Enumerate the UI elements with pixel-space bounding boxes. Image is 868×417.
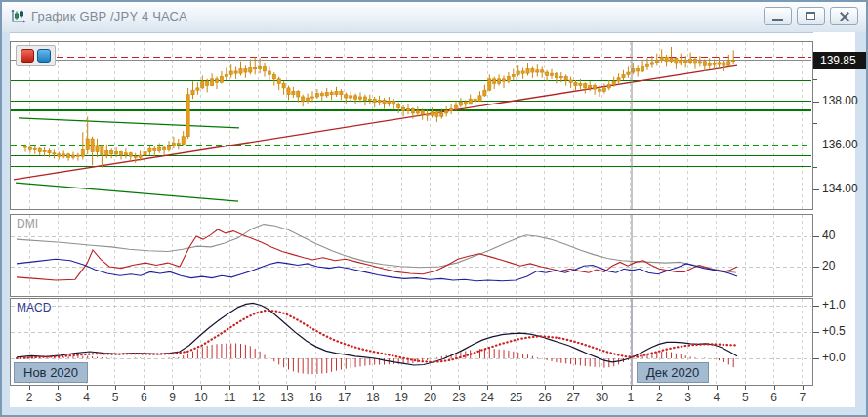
macd-axis-label: +0.5 xyxy=(822,324,846,338)
time-tick xyxy=(401,386,402,390)
time-tick xyxy=(459,386,460,390)
price-chart-canvas[interactable] xyxy=(11,42,812,209)
axis-tick xyxy=(813,236,819,237)
time-label: 3 xyxy=(45,391,70,404)
time-tick xyxy=(487,386,488,390)
time-tick xyxy=(745,386,746,390)
axis-tick xyxy=(813,267,819,268)
time-label: 6 xyxy=(131,391,156,404)
time-tick xyxy=(774,386,775,390)
time-tick xyxy=(58,386,59,390)
time-tick xyxy=(87,386,88,390)
axis-tick xyxy=(813,306,819,307)
macd-pane-label: MACD xyxy=(17,301,51,314)
left-margin xyxy=(2,32,10,417)
time-label: 7 xyxy=(790,391,815,404)
time-tick xyxy=(373,386,374,390)
time-label: 11 xyxy=(217,391,242,404)
time-label: 19 xyxy=(389,391,414,404)
dmi-gridlines xyxy=(11,236,811,267)
restore-icon xyxy=(806,12,815,20)
time-axis: 2345691011121316171819202324252627301234… xyxy=(10,386,813,407)
dmi-canvas[interactable] xyxy=(11,215,812,296)
trendlines xyxy=(14,65,737,201)
chart-window: График GBP /JPY 4 ЧАСА DMI MACD 138.0013… xyxy=(0,0,868,417)
day-gridlines xyxy=(29,42,803,209)
day-gridlines xyxy=(29,215,803,296)
time-label: 4 xyxy=(74,391,100,404)
macd-gridlines xyxy=(11,306,811,358)
time-tick xyxy=(173,386,174,390)
time-label: 12 xyxy=(246,391,271,404)
price-axis: 138.00136.00134.004020+1.0+0.5+0.0 xyxy=(813,32,855,407)
time-tick xyxy=(259,386,260,390)
time-label: 17 xyxy=(332,391,357,404)
time-tick xyxy=(803,386,804,390)
time-label: 10 xyxy=(188,391,214,404)
red-marker-button[interactable] xyxy=(21,49,34,63)
time-tick xyxy=(688,386,689,390)
time-tick xyxy=(287,386,288,390)
time-label: 5 xyxy=(103,391,128,404)
time-label: 27 xyxy=(560,391,586,404)
axis-tick xyxy=(813,102,819,103)
time-tick xyxy=(345,386,346,390)
restore-button[interactable] xyxy=(797,7,825,25)
blue-marker-button[interactable] xyxy=(37,49,51,63)
candles xyxy=(23,47,734,167)
macd-axis-label: +0.0 xyxy=(822,351,846,364)
time-tick xyxy=(29,386,30,390)
candlestick-chart-icon xyxy=(10,9,26,24)
close-icon xyxy=(839,11,850,22)
time-tick xyxy=(545,386,546,390)
axis-tick xyxy=(813,123,817,124)
macd-axis-label: +1.0 xyxy=(822,298,846,312)
minimize-icon xyxy=(772,19,783,21)
dmi-indicator-pane xyxy=(10,214,813,297)
time-label: 24 xyxy=(475,391,500,404)
time-tick xyxy=(631,386,632,390)
axis-tick xyxy=(813,167,817,168)
dmi-axis-label: 20 xyxy=(822,259,835,272)
time-label: 3 xyxy=(676,391,701,404)
time-label: 4 xyxy=(704,391,729,404)
time-tick xyxy=(201,386,202,390)
time-label: 2 xyxy=(17,391,42,404)
axis-tick xyxy=(813,358,819,359)
time-label: 18 xyxy=(360,391,386,404)
dmi-pane-label: DMI xyxy=(17,217,38,230)
price-label: 138.00 xyxy=(822,94,858,107)
time-label: 16 xyxy=(303,391,328,404)
time-label: 9 xyxy=(160,391,186,404)
time-label: 30 xyxy=(590,391,615,404)
axis-tick xyxy=(813,332,819,333)
time-tick xyxy=(717,386,718,390)
dmi-line-+DI xyxy=(17,229,737,280)
month-label: Дек 2020 xyxy=(637,362,709,383)
time-label: 20 xyxy=(418,391,443,404)
axis-tick xyxy=(813,79,817,80)
time-label: 5 xyxy=(732,391,758,404)
price-label: 136.00 xyxy=(822,138,858,151)
dmi-line--DI xyxy=(17,259,737,280)
time-tick xyxy=(431,386,432,390)
time-label: 2 xyxy=(646,391,672,404)
title-bar[interactable]: График GBP /JPY 4 ЧАСА xyxy=(2,2,866,33)
time-tick xyxy=(602,386,603,390)
time-tick xyxy=(517,386,517,390)
time-label: 23 xyxy=(446,391,472,404)
price-chart-pane xyxy=(10,41,813,210)
chart-mini-toolbar xyxy=(16,45,56,66)
dmi-axis-label: 40 xyxy=(822,229,835,242)
time-tick xyxy=(115,386,116,390)
time-tick xyxy=(315,386,316,390)
time-tick xyxy=(144,386,145,390)
axis-tick xyxy=(813,189,819,190)
time-tick xyxy=(659,386,660,390)
minimize-button[interactable] xyxy=(764,7,792,25)
time-label: 26 xyxy=(532,391,558,404)
close-button[interactable] xyxy=(830,7,858,25)
time-label: 13 xyxy=(274,391,300,404)
right-margin xyxy=(855,32,868,417)
axis-tick xyxy=(813,146,819,146)
